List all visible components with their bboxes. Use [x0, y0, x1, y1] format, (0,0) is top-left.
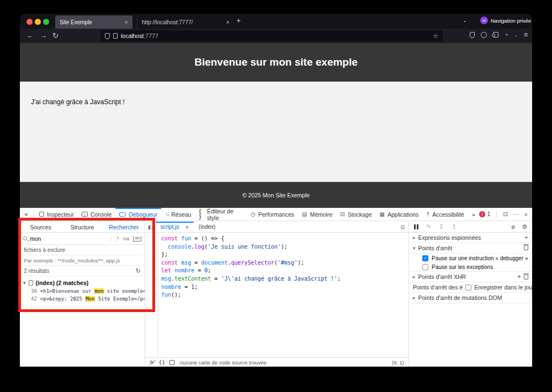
browser-tab-active[interactable]: Site Exemple ×	[55, 15, 132, 29]
source-editor: ◧ script.js × (index) ⊡ 12345678 const f…	[145, 222, 408, 367]
extensions-icon[interactable]	[493, 32, 498, 37]
performance-icon: ◷	[251, 212, 256, 217]
code-view[interactable]: 12345678 const fun = () => { console.log…	[145, 233, 408, 357]
window-close-button[interactable]	[26, 19, 33, 25]
devtools-toolbar: ⌖ Inspecteur ›Console Débogueur ↑↓Réseau…	[20, 208, 532, 221]
tab-sources[interactable]: Sources	[20, 222, 61, 232]
devtools-menu-icon[interactable]: ⋯	[513, 211, 519, 218]
expand-triangle-icon[interactable]: ▾	[23, 280, 26, 286]
tab-editeur-de-style[interactable]: { }Éditeur de style	[195, 208, 247, 221]
split-console-icon[interactable]: ⊡	[503, 211, 508, 218]
trash-icon[interactable]	[524, 275, 528, 280]
pause-exceptions-option[interactable]: Pause sur les exceptions	[409, 263, 532, 272]
pause-debugger-option[interactable]: ✓ Pause sur une instruction « debugger »	[409, 254, 532, 263]
page-info-icon[interactable]	[113, 33, 118, 39]
browser-window: Site Exemple × http://localhost:7777/ × …	[20, 14, 532, 367]
tab-accessibilite[interactable]: †Accessibilité	[423, 208, 468, 221]
remove-breakpoints-icon[interactable]	[524, 244, 528, 252]
collapse-sources-icon[interactable]: ◧	[145, 222, 156, 232]
tab-list-chevron-icon[interactable]: ⌄	[463, 17, 467, 23]
chevron-down-icon[interactable]: ⌄	[514, 33, 518, 37]
pocket-icon[interactable]	[470, 32, 475, 38]
checkbox-icon[interactable]	[422, 264, 428, 270]
window-maximize-button[interactable]	[43, 19, 49, 25]
source-tab-scriptjs[interactable]: script.js ×	[156, 222, 194, 232]
forward-button[interactable]: →	[40, 31, 47, 40]
source-tab-index[interactable]: (index)	[194, 222, 221, 232]
browser-tab[interactable]: http://localhost:7777/ ×	[137, 15, 234, 29]
ignore-breakpoints-icon[interactable]: ⌀	[512, 223, 516, 230]
error-badge[interactable]: !1	[479, 211, 491, 217]
refresh-search-icon[interactable]: ↻	[136, 267, 141, 275]
error-icon: !	[479, 211, 485, 217]
checkbox-icon[interactable]	[465, 284, 471, 291]
code-lines[interactable]: const fun = () => { console.log('Je suis…	[158, 233, 408, 357]
pick-element-icon[interactable]: ⌖	[20, 208, 33, 221]
dom-mutation-breakpoints-section[interactable]: ▸ Points d'arrêt de mutations DOM	[409, 293, 532, 303]
console-icon: ›	[82, 212, 88, 217]
divider	[34, 210, 34, 219]
window-minimize-button[interactable]	[35, 19, 41, 25]
add-xhr-breakpoint-icon[interactable]: +	[517, 273, 521, 281]
pause-button[interactable]	[414, 224, 418, 229]
site-title: Bienvenue sur mon site exemple	[194, 56, 358, 68]
search-match-row[interactable]: 42 <p>&copy; 2025 Mon Site Exemple</p>	[20, 295, 145, 303]
step-over-icon[interactable]: ↷	[426, 223, 431, 230]
url-text: localhost:7777	[121, 33, 158, 39]
case-sensitive-toggle-icon[interactable]: Aa	[123, 235, 129, 241]
xhr-breakpoints-section[interactable]: ▸ Points d'arrêt XHR +	[409, 272, 532, 282]
tab-title: Site Exemple	[60, 19, 121, 25]
gauge-icon[interactable]: ◔	[505, 31, 508, 38]
collapsed-triangle-icon[interactable]: ▸	[413, 295, 416, 300]
settings-gear-icon[interactable]: ⚙	[522, 223, 527, 230]
blackbox-icon[interactable]: ✎	[150, 359, 154, 366]
expand-panes-icon[interactable]: ⊡	[396, 222, 408, 232]
tab-applications[interactable]: ▦Applications	[376, 208, 423, 221]
url-bar[interactable]: localhost:7777 ☆	[100, 30, 443, 41]
bookmark-star-icon[interactable]: ☆	[433, 33, 438, 40]
more-tabs-chevron[interactable]: »	[468, 208, 479, 221]
back-button[interactable]: ←	[26, 31, 34, 40]
tracking-shield-icon[interactable]	[105, 33, 110, 39]
close-tab-icon[interactable]: ×	[125, 19, 128, 25]
close-tab-icon[interactable]: ×	[226, 19, 230, 25]
tab-rechercher[interactable]: Rechercher	[103, 222, 145, 232]
tab-console[interactable]: ›Console	[78, 208, 116, 221]
breakpoints-section[interactable]: ▾ Points d'arrêt	[409, 243, 532, 254]
reload-button[interactable]: ↻	[52, 31, 59, 40]
checkbox-checked-icon[interactable]: ✓	[422, 255, 428, 261]
step-out-icon[interactable]: ↥	[452, 223, 457, 230]
search-result-file[interactable]: ▾ (index) (2 matches)	[20, 276, 145, 287]
new-tab-button[interactable]: +	[236, 16, 241, 25]
step-in-icon[interactable]: ↧	[439, 223, 444, 230]
close-source-tab-icon[interactable]: ×	[185, 224, 188, 230]
inspector-icon	[39, 212, 44, 217]
private-browsing-badge: ∞ Navigation privée	[480, 17, 531, 24]
menu-icon[interactable]: ≡	[524, 31, 528, 39]
exclude-files-input[interactable]	[24, 257, 141, 264]
event-breakpoints-section[interactable]: Points d'arrêt des é Enregistrer dans le…	[409, 282, 532, 293]
whole-word-toggle-icon[interactable]: ab	[133, 236, 141, 241]
add-watch-icon[interactable]: +	[524, 234, 528, 241]
tab-stockage[interactable]: ⊟Stockage	[336, 208, 375, 221]
match-highlight: mon	[94, 288, 104, 294]
search-match-row[interactable]: 36 <h1>Bienvenue sur mon site exemple</h…	[20, 287, 145, 295]
tab-structure[interactable]: Structure	[61, 222, 103, 232]
tab-inspecteur[interactable]: Inspecteur	[35, 208, 78, 221]
pretty-print-icon[interactable]: { }	[159, 359, 164, 365]
collapsed-triangle-icon[interactable]: ▸	[413, 274, 416, 280]
tab-reseau[interactable]: ↑↓Réseau	[161, 208, 195, 221]
tab-debogueur[interactable]: Débogueur	[115, 208, 161, 221]
watch-expressions-section[interactable]: ▸ Expressions espionnées +	[409, 233, 532, 243]
search-input[interactable]	[30, 235, 108, 242]
tab-performances[interactable]: ◷Performances	[247, 208, 298, 221]
status-message: Aucune carte de code source trouvée	[179, 359, 267, 366]
close-devtools-icon[interactable]: ×	[524, 211, 528, 218]
expanded-triangle-icon[interactable]: ▾	[413, 245, 416, 251]
tab-memoire[interactable]: ▤Mémoire	[298, 208, 336, 221]
regex-toggle-icon[interactable]: .*	[115, 235, 119, 241]
account-icon[interactable]	[481, 32, 487, 38]
collapsed-triangle-icon[interactable]: ▸	[413, 235, 416, 240]
debugger-search-panel: Sources Structure Rechercher .* Aa ab fi…	[20, 222, 145, 367]
gutter[interactable]: 12345678	[145, 233, 158, 357]
